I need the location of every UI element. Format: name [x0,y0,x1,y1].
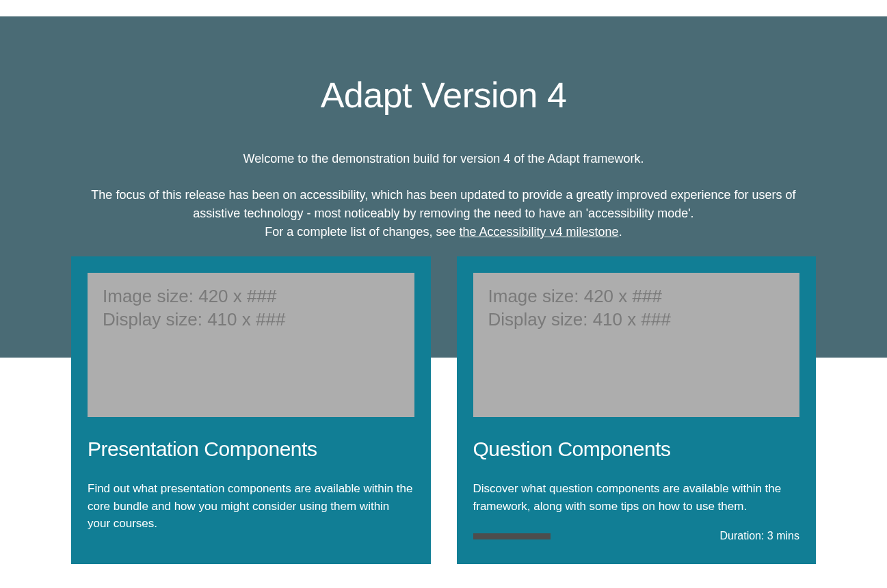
card-image-placeholder: Image size: 420 x ### Display size: 410 … [473,273,800,417]
accessibility-milestone-link[interactable]: the Accessibility v4 milestone [460,225,619,239]
card-description: Find out what presentation components ar… [88,480,414,533]
card-duration: Duration: 3 mins [720,530,800,542]
card-presentation-components[interactable]: Image size: 420 x ### Display size: 410 … [71,256,431,564]
hero-body-text: The focus of this release has been on ac… [75,186,812,241]
page-title: Adapt Version 4 [75,75,812,116]
card-image-placeholder: Image size: 420 x ### Display size: 410 … [88,273,414,417]
card-question-components[interactable]: Image size: 420 x ### Display size: 410 … [457,256,817,564]
display-size-text: Display size: 410 x ### [488,308,785,332]
image-size-text: Image size: 420 x ### [103,285,399,308]
hero-body-line1: The focus of this release has been on ac… [91,188,795,220]
top-bar [0,0,887,16]
hero-body-line2-suffix: . [619,225,622,239]
image-size-text: Image size: 420 x ### [488,285,785,308]
hero-body-line2-prefix: For a complete list of changes, see [265,225,459,239]
display-size-text: Display size: 410 x ### [103,308,399,332]
card-button[interactable] [473,533,551,539]
card-title: Question Components [473,438,800,461]
cards-container: Image size: 420 x ### Display size: 410 … [0,256,887,564]
card-title: Presentation Components [88,438,414,461]
card-footer: Duration: 3 mins [473,530,800,542]
hero-intro-text: Welcome to the demonstration build for v… [75,150,812,168]
card-description: Discover what question components are av… [473,480,800,515]
